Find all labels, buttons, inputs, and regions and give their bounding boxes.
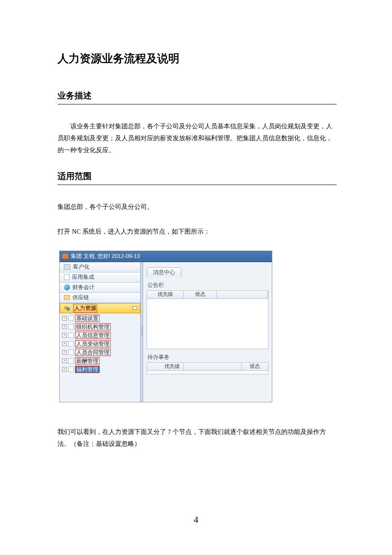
content-area: 消息中心 公告栏 优先级 状态 待办事务 优先级 状态 [143, 262, 272, 402]
paragraph: 集团总部，各个子公司及分公司。 [58, 201, 337, 213]
nav-item-hr[interactable]: 人力资源 [60, 303, 140, 313]
expand-icon[interactable]: + [62, 324, 67, 329]
section-heading-business: 业务描述 [58, 90, 337, 104]
document-icon [64, 274, 69, 280]
document-title: 人力资源业务流程及说明 [58, 51, 337, 66]
section-heading-scope: 适用范围 [58, 171, 337, 185]
page-icon [68, 341, 74, 347]
col-status: 状态 [184, 291, 217, 298]
tree-node[interactable]: +组织机构管理 [62, 323, 140, 331]
page-icon [68, 332, 74, 338]
grip-icon [141, 327, 143, 337]
paragraph: 打开 NC 系统后，进入人力资源的节点，如下图所示： [58, 226, 337, 238]
tree-label: 人员变动管理 [75, 340, 111, 347]
table-header: 优先级 状态 [147, 362, 268, 371]
tree-label: 薪酬管理 [75, 357, 100, 364]
window-title-bar: 集团 文程, 您好! 2012-09-13 [60, 251, 272, 262]
people-icon [64, 305, 71, 311]
tree-node[interactable]: +基础设置 [62, 314, 140, 323]
tree-node[interactable]: +人员合同管理 [62, 348, 140, 357]
window-title-text: 集团 文程, 您好! 2012-09-13 [71, 252, 140, 260]
expand-icon[interactable]: + [62, 341, 67, 346]
nav-label: 客户化 [73, 263, 89, 271]
tree-label: 福利管理 [75, 366, 100, 373]
empty-area [147, 371, 268, 374]
app-screenshot: 集团 文程, 您好! 2012-09-13 客户化 应用集成 财务会计 [59, 251, 272, 402]
col-status: 状态 [242, 363, 268, 370]
panel-title-todo: 待办事务 [147, 353, 272, 361]
expand-icon[interactable]: + [62, 333, 67, 338]
col-priority: 优先级 [147, 363, 184, 370]
page-icon [68, 367, 74, 372]
tree-node[interactable]: +人员变动管理 [62, 340, 140, 348]
nav-item-customize[interactable]: 客户化 [60, 262, 140, 272]
paragraph: 我们可以看到，在人力资源下面又分了 7 个节点，下面我们就逐个叙述相关节点的功能… [58, 426, 337, 450]
tree-node[interactable]: +福利管理 [62, 365, 140, 374]
expand-icon[interactable]: + [62, 358, 67, 363]
app-icon [62, 254, 68, 259]
tree-node[interactable]: +薪酬管理 [62, 357, 140, 365]
table-header: 优先级 状态 [147, 290, 268, 299]
nav-item-finance[interactable]: 财务会计 [60, 283, 140, 293]
collapse-icon[interactable] [133, 306, 137, 310]
hr-tree: +基础设置 +组织机构管理 +人员信息管理 +人员变动管理 +人员合同管理 +薪… [60, 313, 140, 374]
paragraph: 该业务主要针对集团总部，各个子公司及分公司人员基本信息采集，人员岗位规划及变更，… [58, 121, 337, 156]
empty-area [147, 299, 268, 349]
expand-icon[interactable]: + [62, 367, 67, 372]
col-priority: 优先级 [147, 291, 184, 298]
panel-title-bulletin: 公告栏 [147, 281, 272, 289]
tree-label: 组织机构管理 [75, 323, 111, 330]
nav-label: 财务会计 [72, 283, 95, 291]
nav-label: 人力资源 [73, 304, 97, 312]
person-icon [64, 284, 70, 290]
tab-message-center[interactable]: 消息中心 [147, 267, 182, 277]
splitter[interactable] [141, 262, 143, 402]
nav-item-supplychain[interactable]: 供应链 [60, 293, 140, 303]
expand-icon[interactable]: + [62, 350, 67, 355]
page-icon [68, 358, 74, 364]
tree-label: 人员信息管理 [75, 332, 111, 339]
page-icon [68, 350, 74, 355]
col-empty [217, 291, 268, 298]
page-icon [68, 324, 74, 330]
folder-icon [64, 295, 70, 300]
tree-label: 基础设置 [75, 315, 100, 322]
nav-item-integration[interactable]: 应用集成 [60, 272, 140, 283]
col-empty [184, 363, 242, 370]
grid-icon [64, 264, 70, 270]
tree-label: 人员合同管理 [75, 349, 111, 356]
page-icon [68, 315, 74, 321]
expand-icon[interactable]: + [62, 316, 67, 321]
nav-label: 应用集成 [72, 273, 94, 281]
sidebar: 客户化 应用集成 财务会计 供应链 人力资源 [60, 262, 141, 402]
tree-node[interactable]: +人员信息管理 [62, 331, 140, 340]
window-body: 客户化 应用集成 财务会计 供应链 人力资源 [60, 262, 272, 402]
nav-label: 供应链 [72, 294, 89, 301]
page-number: 4 [0, 514, 392, 525]
